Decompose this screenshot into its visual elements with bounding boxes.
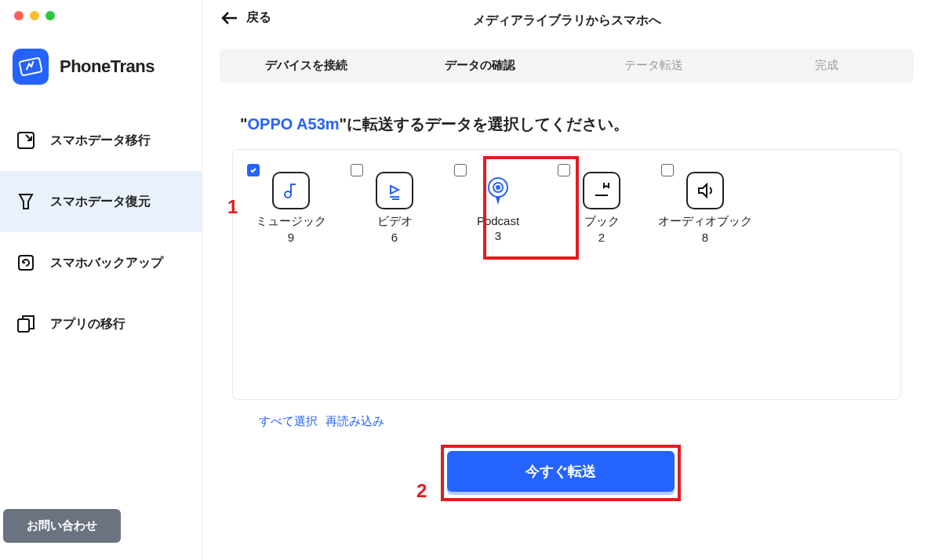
app-name: PhoneTrans bbox=[60, 56, 155, 77]
app-logo-row: PhoneTrans bbox=[0, 31, 202, 110]
step-transfer: テータ転送 bbox=[567, 49, 740, 82]
page-title: メディアライブラリからスマホへ bbox=[473, 13, 661, 29]
music-icon bbox=[272, 172, 310, 209]
audiobook-icon bbox=[686, 172, 724, 209]
sidebar-item-transfer[interactable]: スマホデータ移行 bbox=[0, 110, 202, 171]
data-item-label: ビデオ bbox=[343, 214, 446, 229]
main-content: 戻る メディアライブラリからスマホへ デバイスを接続 データの確認 テータ転送 … bbox=[202, 0, 931, 560]
sidebar-item-label: アプリの移行 bbox=[50, 316, 125, 333]
sidebar-item-label: スマホデータ復元 bbox=[50, 194, 151, 210]
data-item-count: 6 bbox=[343, 231, 446, 244]
checkbox-audiobook[interactable] bbox=[661, 164, 674, 176]
apps-icon bbox=[14, 312, 38, 336]
svg-marker-5 bbox=[391, 186, 398, 194]
data-item-label: ミュージック bbox=[239, 214, 343, 229]
step-connect: デバイスを接続 bbox=[220, 49, 393, 82]
top-bar: 戻る メディアライブラリからスマホへ bbox=[202, 0, 931, 41]
reload-link[interactable]: 再読み込み bbox=[325, 414, 384, 427]
contact-button[interactable]: お問い合わせ bbox=[3, 509, 121, 543]
restore-icon bbox=[14, 190, 38, 213]
data-item-label: オーディオブック bbox=[653, 214, 757, 229]
checkbox-book[interactable] bbox=[558, 164, 570, 176]
svg-point-10 bbox=[496, 186, 500, 189]
maximize-window-icon[interactable] bbox=[45, 11, 55, 20]
data-item-video[interactable]: ビデオ 6 bbox=[343, 164, 446, 385]
data-item-count: 3 bbox=[446, 229, 550, 242]
sidebar-item-label: スマホバックアップ bbox=[50, 255, 163, 271]
transfer-button[interactable]: 今すぐ転送 bbox=[447, 451, 675, 492]
step-bar: デバイスを接続 データの確認 テータ転送 完成 bbox=[220, 49, 914, 82]
minimize-window-icon[interactable] bbox=[30, 11, 39, 20]
svg-marker-12 bbox=[699, 184, 707, 197]
close-window-icon[interactable] bbox=[14, 11, 24, 20]
transfer-icon bbox=[14, 129, 38, 152]
back-button[interactable]: 戻る bbox=[221, 9, 271, 26]
app-logo-icon bbox=[13, 49, 49, 85]
annotation-number-2: 2 bbox=[416, 480, 427, 502]
data-item-label: ブック bbox=[550, 214, 653, 229]
data-item-audiobook[interactable]: オーディオブック 8 bbox=[653, 164, 757, 385]
sidebar-item-apps[interactable]: アプリの移行 bbox=[0, 293, 202, 355]
podcast-icon bbox=[479, 172, 517, 209]
arrow-left-icon bbox=[221, 12, 238, 24]
svg-rect-3 bbox=[18, 319, 29, 332]
device-name: OPPO A53m bbox=[247, 115, 339, 133]
back-label: 戻る bbox=[246, 9, 271, 26]
svg-rect-2 bbox=[19, 256, 33, 270]
step-confirm: データの確認 bbox=[393, 49, 566, 82]
data-item-podcast[interactable]: Podcast 3 bbox=[446, 164, 550, 385]
data-item-count: 8 bbox=[653, 231, 757, 244]
data-item-label: Podcast bbox=[446, 214, 550, 227]
backup-icon bbox=[14, 251, 38, 275]
checkbox-video[interactable] bbox=[351, 164, 363, 176]
sidebar-nav: スマホデータ移行 スマホデータ復元 スマホバックアップ アプリの移行 bbox=[0, 110, 202, 509]
instruction-text: "OPPO A53m"に転送するデータを選択してください。 bbox=[202, 82, 931, 149]
book-icon bbox=[583, 172, 620, 209]
data-item-book[interactable]: ブック 2 bbox=[550, 164, 653, 385]
sidebar-item-backup[interactable]: スマホバックアップ bbox=[0, 232, 202, 293]
step-complete: 完成 bbox=[740, 49, 914, 82]
data-item-count: 9 bbox=[239, 231, 343, 244]
checkbox-podcast[interactable] bbox=[454, 164, 467, 176]
sidebar-item-label: スマホデータ移行 bbox=[50, 133, 151, 149]
video-icon bbox=[376, 172, 413, 209]
data-item-music[interactable]: ミュージック 9 bbox=[239, 164, 343, 385]
data-item-count: 2 bbox=[550, 231, 653, 244]
svg-point-4 bbox=[285, 191, 291, 198]
select-all-link[interactable]: すべて選択 bbox=[259, 414, 318, 427]
links-row: すべて選択 再読み込み bbox=[202, 400, 931, 429]
checkbox-music[interactable] bbox=[247, 164, 260, 176]
data-type-panel: ミュージック 9 ビデオ 6 Podcast 3 bbox=[232, 149, 901, 400]
window-controls bbox=[0, 0, 202, 31]
sidebar-item-restore[interactable]: スマホデータ復元 bbox=[0, 171, 202, 232]
sidebar: PhoneTrans スマホデータ移行 スマホデータ復元 スマホバックアップ bbox=[0, 0, 202, 560]
